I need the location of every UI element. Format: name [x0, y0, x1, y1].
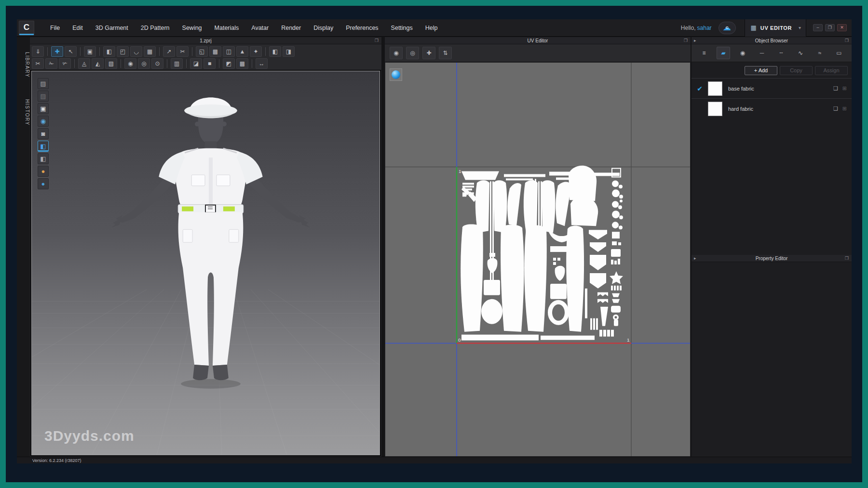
- fold-arrangement-icon[interactable]: ◡: [130, 46, 142, 57]
- close-button[interactable]: ✕: [837, 24, 847, 31]
- move-tool-icon[interactable]: ✚: [51, 46, 63, 57]
- garment-material-icon[interactable]: ◉: [38, 116, 49, 127]
- buttonhole-icon[interactable]: ◎: [138, 58, 150, 69]
- popout-icon[interactable]: ❐: [684, 37, 688, 44]
- fabric-plain-icon[interactable]: ◧: [38, 153, 49, 164]
- arrangement-icon-glyph: ◱: [199, 49, 204, 54]
- menu-item-render[interactable]: Render: [275, 19, 307, 37]
- edit-pattern-icon[interactable]: ↖: [65, 46, 77, 57]
- avatar-display-icon[interactable]: ◙: [38, 128, 49, 139]
- fabric-sheet-icon[interactable]: ❑: [833, 85, 838, 92]
- add-fabric-button[interactable]: + Add: [745, 66, 777, 75]
- toolbar-separator: [99, 47, 100, 56]
- menu-item-help[interactable]: Help: [419, 19, 444, 37]
- uv-snapshot-icon[interactable]: ◉: [390, 47, 403, 59]
- scene-list-icon[interactable]: ≡: [697, 47, 711, 59]
- gizmo-arrow-icon[interactable]: ⇓: [32, 46, 44, 57]
- select-garment-icon[interactable]: ▣: [84, 46, 96, 57]
- fabric-name[interactable]: base fabric: [728, 86, 829, 92]
- show-garment-icon[interactable]: ◧: [269, 46, 281, 57]
- menu-item-preferences[interactable]: Preferences: [339, 19, 384, 37]
- shirring-tab-icon[interactable]: ∿: [794, 47, 807, 59]
- edit-curve-icon[interactable]: ◰: [117, 46, 129, 57]
- app-logo[interactable]: C: [19, 21, 34, 35]
- stitch-tab-icon[interactable]: ─: [755, 47, 769, 59]
- edit-sewing-icon[interactable]: ✃: [59, 58, 71, 69]
- texture-icon[interactable]: ▩: [236, 58, 248, 69]
- menu-item-settings[interactable]: Settings: [385, 19, 419, 37]
- fabric-swatch[interactable]: [708, 102, 722, 116]
- arrangement-icon[interactable]: ◱: [196, 46, 208, 57]
- remove-pin-icon[interactable]: ✂: [176, 46, 189, 57]
- fabric-name[interactable]: hard fabric: [728, 106, 829, 112]
- tack-icon[interactable]: ▲: [236, 46, 248, 57]
- attach-button-icon[interactable]: ⊙: [151, 58, 163, 69]
- restore-button[interactable]: ❐: [825, 24, 835, 31]
- menu-item-display[interactable]: Display: [307, 19, 339, 37]
- show-garment-strip-icon[interactable]: ▣: [38, 103, 49, 114]
- uv-move-icon[interactable]: ✚: [422, 47, 435, 59]
- texture-edit-icon[interactable]: ◩: [223, 58, 235, 69]
- topstitch-tab-icon[interactable]: ╌: [774, 47, 788, 59]
- fabric-front-icon[interactable]: ◪: [190, 58, 202, 69]
- fabric-book-icon[interactable]: ◧: [38, 141, 49, 152]
- button-tab-icon[interactable]: ◉: [736, 47, 749, 59]
- menu-item-3d-garment[interactable]: 3D Garment: [89, 19, 135, 37]
- tape-measure-tab-icon[interactable]: ▭: [832, 47, 846, 59]
- collapse-arrow-icon[interactable]: ▸: [694, 37, 696, 44]
- measure-icon[interactable]: ↔: [256, 58, 268, 69]
- frozen-garment-icon[interactable]: ▨: [38, 91, 49, 102]
- fold-sewing-icon[interactable]: ▧: [105, 58, 117, 69]
- menu-item-edit[interactable]: Edit: [66, 19, 89, 37]
- add-to-fabric-icon[interactable]: ⊞: [842, 85, 847, 92]
- add-to-fabric-icon[interactable]: ⊞: [842, 106, 847, 112]
- viewport-3d[interactable]: ▨▨▣◉◙◧◧●● 3Dyyds.com: [31, 71, 380, 455]
- fabric-solid-icon[interactable]: ■: [203, 58, 216, 69]
- puckering-tab-icon[interactable]: ≈: [813, 47, 827, 59]
- layer-garment-icon[interactable]: ▩: [209, 46, 221, 57]
- fabric-swatch[interactable]: [708, 81, 722, 96]
- fabric-row-hard[interactable]: hard fabric ❑ ⊞: [692, 98, 852, 119]
- button-icon[interactable]: ◉: [124, 58, 136, 69]
- fabric-sheet-icon[interactable]: ❑: [833, 106, 838, 112]
- fabric-tab-icon[interactable]: ▰: [717, 47, 730, 59]
- free-sewing-icon[interactable]: ✁: [45, 58, 57, 69]
- pin-tool-icon[interactable]: ↗: [163, 46, 175, 57]
- tab-history[interactable]: HISTORY: [17, 95, 30, 130]
- cloud-account-button[interactable]: ☁ C: [719, 22, 736, 34]
- tab-library[interactable]: LIBRARY: [17, 48, 30, 82]
- sewing-machine-icon[interactable]: ▦: [144, 46, 156, 57]
- material-sphere-swatch[interactable]: [390, 68, 402, 81]
- popout-icon[interactable]: ❐: [845, 37, 849, 44]
- copy-fabric-button[interactable]: Copy: [780, 66, 813, 75]
- pin-list-icon[interactable]: ▨: [38, 78, 49, 89]
- uv-pattern-pieces[interactable]: [461, 166, 623, 341]
- username[interactable]: sahar: [697, 25, 712, 31]
- symmetry-garment-icon[interactable]: ◫: [223, 46, 235, 57]
- collapse-arrow-icon[interactable]: ▸: [694, 255, 696, 262]
- popout-icon[interactable]: ❐: [375, 37, 379, 44]
- fabric-row-base[interactable]: ✔ base fabric ❑ ⊞: [692, 78, 852, 98]
- menu-item-2d-pattern[interactable]: 2D Pattern: [135, 19, 176, 37]
- detach-sewing-icon[interactable]: ◬: [78, 58, 90, 69]
- minimize-button[interactable]: –: [813, 24, 823, 31]
- thickness-garment-icon[interactable]: ◨: [283, 46, 295, 57]
- menu-item-sewing[interactable]: Sewing: [176, 19, 208, 37]
- uv-texture-snapshot-icon[interactable]: ◎: [406, 47, 419, 59]
- fit-avatar-icon[interactable]: ✦: [250, 46, 262, 57]
- swap-sewing-icon[interactable]: ◭: [92, 58, 104, 69]
- menu-item-file[interactable]: File: [44, 19, 66, 37]
- mode-selector[interactable]: ▦ UV EDITOR ▾: [745, 19, 806, 37]
- assign-fabric-button[interactable]: Assign: [815, 66, 848, 75]
- project-tab-title[interactable]: 1.zprj: [200, 38, 211, 43]
- menu-item-avatar[interactable]: Avatar: [245, 19, 275, 37]
- popout-icon[interactable]: ❐: [845, 255, 849, 262]
- menu-item-materials[interactable]: Materials: [208, 19, 245, 37]
- avatar-head-icon[interactable]: ●: [38, 166, 49, 177]
- segment-sewing-icon[interactable]: ✂: [32, 58, 44, 69]
- uv-arrange-icon[interactable]: ⇅: [439, 47, 452, 59]
- scene-globe-icon[interactable]: ●: [38, 178, 49, 189]
- uv-viewport[interactable]: 1 0 1: [385, 63, 690, 456]
- transform-pattern-icon[interactable]: ◧: [103, 46, 115, 57]
- zipper-icon[interactable]: ▥: [171, 58, 183, 69]
